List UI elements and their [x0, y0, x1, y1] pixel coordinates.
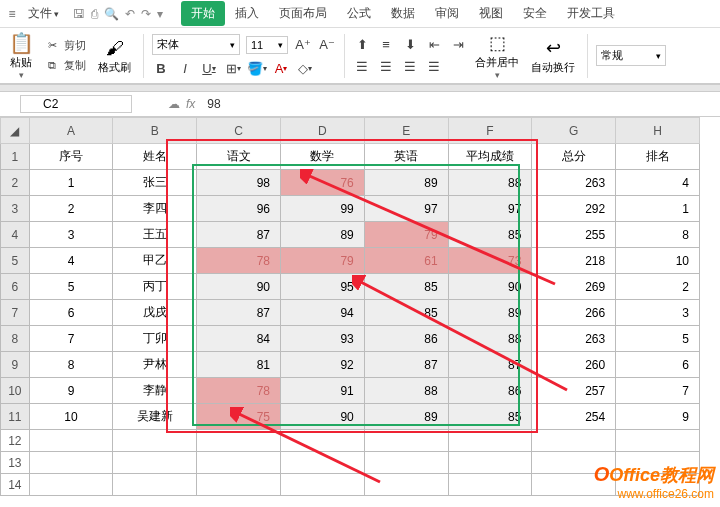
cell-D3[interactable]: 99 — [281, 196, 365, 222]
row-header-10[interactable]: 10 — [1, 378, 30, 404]
cell-H3[interactable]: 1 — [616, 196, 700, 222]
header-cell-H[interactable]: 排名 — [616, 144, 700, 170]
cell-F13[interactable] — [448, 452, 532, 474]
cell-B3[interactable]: 李四 — [113, 196, 197, 222]
cell-B8[interactable]: 丁卯 — [113, 326, 197, 352]
cell-C3[interactable]: 96 — [197, 196, 281, 222]
header-cell-F[interactable]: 平均成绩 — [448, 144, 532, 170]
cell-E9[interactable]: 87 — [364, 352, 448, 378]
header-cell-B[interactable]: 姓名 — [113, 144, 197, 170]
row-header-7[interactable]: 7 — [1, 300, 30, 326]
cell-C2[interactable]: 98 — [197, 170, 281, 196]
cell-D12[interactable] — [281, 430, 365, 452]
italic-button[interactable]: I — [176, 59, 194, 77]
wrap-text-button[interactable]: ↩ 自动换行 — [527, 34, 579, 77]
cell-E14[interactable] — [364, 474, 448, 496]
dec-font-icon[interactable]: A⁻ — [318, 36, 336, 54]
cell-E6[interactable]: 85 — [364, 274, 448, 300]
cell-B9[interactable]: 尹林 — [113, 352, 197, 378]
cell-A2[interactable]: 1 — [29, 170, 113, 196]
fill-color-button[interactable]: 🪣▾ — [248, 59, 266, 77]
cell-H6[interactable]: 2 — [616, 274, 700, 300]
underline-button[interactable]: U▾ — [200, 59, 218, 77]
cell-F9[interactable]: 87 — [448, 352, 532, 378]
font-size-select[interactable]: 11▾ — [246, 36, 288, 54]
cell-E13[interactable] — [364, 452, 448, 474]
col-header-D[interactable]: D — [281, 118, 365, 144]
cell-H12[interactable] — [616, 430, 700, 452]
hamburger-icon[interactable]: ≡ — [4, 6, 20, 22]
cell-F4[interactable]: 85 — [448, 222, 532, 248]
col-header-B[interactable]: B — [113, 118, 197, 144]
cell-F10[interactable]: 86 — [448, 378, 532, 404]
merge-center-button[interactable]: ⬚ 合并居中▾ — [471, 29, 523, 82]
align-right-icon[interactable]: ☰ — [401, 58, 419, 76]
cell-C7[interactable]: 87 — [197, 300, 281, 326]
cell-E7[interactable]: 85 — [364, 300, 448, 326]
cell-B2[interactable]: 张三 — [113, 170, 197, 196]
cell-A4[interactable]: 3 — [29, 222, 113, 248]
inc-font-icon[interactable]: A⁺ — [294, 36, 312, 54]
header-cell-D[interactable]: 数学 — [281, 144, 365, 170]
col-header-C[interactable]: C — [197, 118, 281, 144]
cell-C10[interactable]: 78 — [197, 378, 281, 404]
format-painter-button[interactable]: 🖌 格式刷 — [94, 34, 135, 77]
highlight-button[interactable]: ◇▾ — [296, 59, 314, 77]
cell-G12[interactable] — [532, 430, 616, 452]
cell-E10[interactable]: 88 — [364, 378, 448, 404]
header-cell-C[interactable]: 语文 — [197, 144, 281, 170]
cell-E3[interactable]: 97 — [364, 196, 448, 222]
cell-F6[interactable]: 90 — [448, 274, 532, 300]
cell-E12[interactable] — [364, 430, 448, 452]
tab-review[interactable]: 审阅 — [425, 1, 469, 26]
cell-H8[interactable]: 5 — [616, 326, 700, 352]
cell-C11[interactable]: 75 — [197, 404, 281, 430]
cell-B10[interactable]: 李静 — [113, 378, 197, 404]
cell-G9[interactable]: 260 — [532, 352, 616, 378]
header-cell-E[interactable]: 英语 — [364, 144, 448, 170]
tab-formula[interactable]: 公式 — [337, 1, 381, 26]
header-cell-A[interactable]: 序号 — [29, 144, 113, 170]
align-bottom-icon[interactable]: ⬇ — [401, 36, 419, 54]
cell-A6[interactable]: 5 — [29, 274, 113, 300]
cell-D5[interactable]: 79 — [281, 248, 365, 274]
row-header-5[interactable]: 5 — [1, 248, 30, 274]
cell-F14[interactable] — [448, 474, 532, 496]
cell-G6[interactable]: 269 — [532, 274, 616, 300]
bold-button[interactable]: B — [152, 59, 170, 77]
cell-H11[interactable]: 9 — [616, 404, 700, 430]
cell-D8[interactable]: 93 — [281, 326, 365, 352]
align-left-icon[interactable]: ☰ — [353, 58, 371, 76]
row-header-4[interactable]: 4 — [1, 222, 30, 248]
cell-C4[interactable]: 87 — [197, 222, 281, 248]
row-header-11[interactable]: 11 — [1, 404, 30, 430]
cell-B4[interactable]: 王五 — [113, 222, 197, 248]
cell-D10[interactable]: 91 — [281, 378, 365, 404]
paste-button[interactable]: 📋 粘贴▾ — [6, 29, 36, 82]
col-header-F[interactable]: F — [448, 118, 532, 144]
cell-E5[interactable]: 61 — [364, 248, 448, 274]
align-top-icon[interactable]: ⬆ — [353, 36, 371, 54]
cell-F5[interactable]: 73 — [448, 248, 532, 274]
col-header-H[interactable]: H — [616, 118, 700, 144]
cell-D14[interactable] — [281, 474, 365, 496]
cell-D9[interactable]: 92 — [281, 352, 365, 378]
cell-H5[interactable]: 10 — [616, 248, 700, 274]
cell-B7[interactable]: 戊戌 — [113, 300, 197, 326]
indent-dec-icon[interactable]: ⇤ — [425, 36, 443, 54]
cell-H2[interactable]: 4 — [616, 170, 700, 196]
cell-A8[interactable]: 7 — [29, 326, 113, 352]
cell-F7[interactable]: 89 — [448, 300, 532, 326]
cell-B11[interactable]: 吴建新 — [113, 404, 197, 430]
row-header-6[interactable]: 6 — [1, 274, 30, 300]
formula-input[interactable]: 98 — [201, 95, 720, 113]
cell-E8[interactable]: 86 — [364, 326, 448, 352]
cell-B12[interactable] — [113, 430, 197, 452]
align-center-icon[interactable]: ☰ — [377, 58, 395, 76]
cell-A11[interactable]: 10 — [29, 404, 113, 430]
cell-B5[interactable]: 甲乙 — [113, 248, 197, 274]
cell-A14[interactable] — [29, 474, 113, 496]
align-middle-icon[interactable]: ≡ — [377, 36, 395, 54]
cell-H10[interactable]: 7 — [616, 378, 700, 404]
cell-G5[interactable]: 218 — [532, 248, 616, 274]
